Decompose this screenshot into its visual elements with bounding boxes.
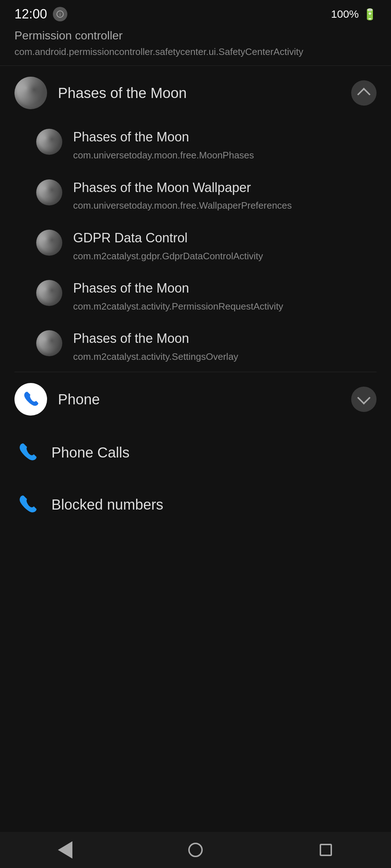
blocked-numbers-icon	[14, 492, 41, 518]
moon-icon-medium	[36, 280, 62, 306]
phone-calls-label: Phone Calls	[51, 444, 130, 461]
notification-title: Permission controller	[14, 29, 377, 42]
moon-group-header[interactable]: Phases of the Moon	[0, 66, 391, 120]
bottom-navigation	[0, 832, 391, 868]
list-item[interactable]: Phases of the Moon com.universetoday.moo…	[14, 120, 377, 170]
back-button[interactable]	[51, 835, 80, 864]
moon-item-5-subtitle: com.m2catalyst.activity.SettingsOverlay	[73, 350, 377, 363]
moon-icon-medium	[36, 230, 62, 256]
status-time: 12:00	[14, 7, 47, 22]
status-icon: i	[53, 7, 67, 21]
moon-icon-medium	[36, 179, 62, 205]
back-icon	[58, 841, 72, 859]
moon-item-4-title: Phases of the Moon	[73, 280, 377, 297]
moon-item-1-title: Phases of the Moon	[73, 129, 377, 146]
moon-item-5-title: Phases of the Moon	[73, 330, 377, 347]
home-icon	[188, 843, 203, 857]
moon-icon-large	[14, 77, 47, 109]
moon-item-1-subtitle: com.universetoday.moon.free.MoonPhases	[73, 149, 377, 162]
recent-icon	[320, 844, 332, 856]
battery-icon: 🔋	[363, 8, 377, 21]
notification-subtitle: com.android.permissioncontroller.safetyc…	[14, 45, 377, 58]
moon-item-2-text: Phases of the Moon Wallpaper com.univers…	[73, 179, 377, 212]
phone-group: Phone Phone Calls Blocked numbers	[0, 372, 391, 531]
status-bar: 12:00 i 100% 🔋	[0, 0, 391, 25]
list-item[interactable]: GDPR Data Control com.m2catalyst.gdpr.Gd…	[14, 221, 377, 271]
moon-item-4-text: Phases of the Moon com.m2catalyst.activi…	[73, 280, 377, 313]
moon-icon-medium	[36, 330, 62, 356]
status-left: 12:00 i	[14, 7, 67, 22]
phone-group-title: Phone	[58, 391, 100, 408]
moon-item-2-title: Phases of the Moon Wallpaper	[73, 179, 377, 196]
phone-app-icon	[14, 383, 47, 416]
moon-group-items: Phases of the Moon com.universetoday.moo…	[0, 120, 391, 372]
moon-item-3-title: GDPR Data Control	[73, 230, 377, 247]
list-item[interactable]: Phases of the Moon com.m2catalyst.activi…	[14, 271, 377, 322]
list-item[interactable]: Phone Calls	[0, 426, 391, 478]
phone-chevron-button[interactable]	[351, 387, 377, 412]
notification-bar: Permission controller com.android.permis…	[0, 25, 391, 66]
moon-icon-medium	[36, 129, 62, 155]
phone-header-left: Phone	[14, 383, 100, 416]
moon-item-3-text: GDPR Data Control com.m2catalyst.gdpr.Gd…	[73, 230, 377, 263]
phone-calls-icon	[14, 439, 41, 465]
phone-group-header[interactable]: Phone	[0, 372, 391, 426]
list-item[interactable]: Phases of the Moon com.m2catalyst.activi…	[14, 322, 377, 372]
battery-text: 100%	[331, 8, 359, 20]
svg-text:i: i	[60, 12, 61, 17]
moon-item-2-subtitle: com.universetoday.moon.free.WallpaperPre…	[73, 199, 377, 212]
moon-chevron-button[interactable]	[351, 80, 377, 106]
chevron-down-icon	[359, 393, 369, 405]
list-item[interactable]: Phases of the Moon Wallpaper com.univers…	[14, 171, 377, 221]
list-item[interactable]: Blocked numbers	[0, 478, 391, 531]
moon-item-1-text: Phases of the Moon com.universetoday.moo…	[73, 129, 377, 162]
status-right: 100% 🔋	[331, 8, 377, 21]
moon-group-title: Phases of the Moon	[58, 85, 187, 101]
moon-group: Phases of the Moon Phases of the Moon co…	[0, 66, 391, 372]
moon-group-header-left: Phases of the Moon	[14, 77, 187, 109]
home-button[interactable]	[181, 835, 210, 864]
moon-item-3-subtitle: com.m2catalyst.gdpr.GdprDataControlActiv…	[73, 250, 377, 263]
recent-button[interactable]	[311, 835, 340, 864]
chevron-up-icon	[359, 87, 369, 99]
moon-item-4-subtitle: com.m2catalyst.activity.PermissionReques…	[73, 300, 377, 313]
blocked-numbers-label: Blocked numbers	[51, 497, 163, 513]
moon-item-5-text: Phases of the Moon com.m2catalyst.activi…	[73, 330, 377, 363]
